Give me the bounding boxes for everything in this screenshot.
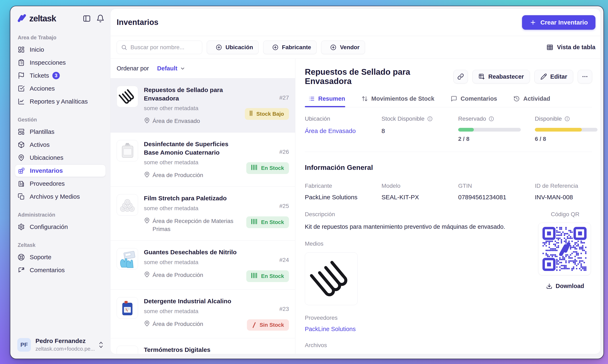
tickets-count-badge: 3 bbox=[52, 72, 60, 79]
item-meta: some other metadata bbox=[144, 205, 243, 212]
history-icon bbox=[513, 95, 520, 102]
detail-tabs: ResumenMovimientos de StockComentariosAc… bbox=[305, 95, 592, 107]
template-icon bbox=[18, 128, 25, 135]
tab-resumen[interactable]: Resumen bbox=[305, 95, 345, 107]
sidebar-item-label: Comentarios bbox=[30, 267, 65, 274]
media-thumbnail[interactable] bbox=[305, 252, 358, 305]
info-field-fabricante: FabricantePackLine Solutions bbox=[305, 183, 382, 201]
location-pin-icon bbox=[144, 217, 150, 224]
inventory-list-pane: Ordenar por Default Repuestos de Sellado… bbox=[111, 59, 295, 354]
user-menu[interactable]: PF Pedro Fernandez zeltask.com+foodco.pe… bbox=[15, 335, 106, 353]
item-location: Área de Recepción de Materias Primas bbox=[144, 217, 243, 233]
item-location: Área de Producción bbox=[144, 271, 243, 279]
collapse-sidebar-icon[interactable] bbox=[83, 14, 91, 23]
brand-logo-icon bbox=[17, 14, 28, 23]
sort-row: Ordenar por Default bbox=[111, 59, 295, 78]
sidebar-item-plantillas[interactable]: Plantillas bbox=[15, 126, 106, 138]
sidebar-item-archivos-y-medios[interactable]: Archivos y Medios bbox=[15, 190, 106, 203]
sidebar-item-inicio[interactable]: Inicio bbox=[15, 43, 106, 56]
filter-button-fabricante[interactable]: Fabricante bbox=[263, 40, 317, 54]
supplier-link[interactable]: PackLine Solutions bbox=[305, 326, 532, 333]
stats-row: Ubicación Área de Envasado Stock Disponi… bbox=[305, 116, 592, 142]
description-block: Descripción Kit de repuestos para manten… bbox=[305, 211, 532, 231]
search-input[interactable] bbox=[130, 44, 198, 51]
sidebar-item-configuraci-n[interactable]: Configuración bbox=[15, 221, 106, 233]
tab-comentarios[interactable]: Comentarios bbox=[447, 95, 497, 107]
create-inventory-button[interactable]: Crear Inventario bbox=[522, 15, 595, 30]
restock-icon bbox=[478, 73, 485, 80]
filter-button-vendor[interactable]: Vendor bbox=[321, 40, 365, 54]
nav-section-label: Zeltask bbox=[18, 242, 106, 248]
reserved-progress bbox=[458, 128, 521, 131]
sidebar-item-ubicaciones[interactable]: Ubicaciones bbox=[15, 152, 106, 164]
chart-icon bbox=[18, 98, 25, 105]
user-name: Pedro Fernandez bbox=[35, 338, 98, 344]
tab-actividad[interactable]: Actividad bbox=[510, 95, 550, 107]
sidebar-item-activos[interactable]: Activos bbox=[15, 139, 106, 151]
item-location: Área de Producción bbox=[144, 171, 243, 179]
item-number: #27 bbox=[279, 94, 289, 101]
inventory-list-item[interactable]: Guantes Desechables de Nitrilo some othe… bbox=[111, 241, 295, 290]
desktop-background: zeltask Area de Trabajo Inicio Inspeccio… bbox=[0, 0, 608, 364]
info-grid: FabricantePackLine SolutionsModeloSEAL-K… bbox=[305, 183, 592, 201]
edit-button[interactable]: Editar bbox=[534, 70, 573, 83]
stat-location: Ubicación Área de Envasado bbox=[305, 116, 382, 142]
item-title: Termómetros Digitales Industriales bbox=[144, 346, 243, 354]
user-email: zeltask.com+foodco.pe... bbox=[35, 346, 98, 352]
inventory-list-item[interactable]: Repuestos de Sellado para Envasadora som… bbox=[111, 78, 295, 133]
boxes-icon bbox=[18, 167, 25, 174]
item-number: #25 bbox=[279, 203, 289, 209]
sidebar-item-inspecciones[interactable]: Inspecciones bbox=[15, 56, 106, 69]
item-meta: some other metadata bbox=[144, 105, 242, 112]
filter-buttons: UbicaciónFabricanteVendor bbox=[202, 40, 365, 54]
item-thumbnail bbox=[117, 346, 138, 354]
inventory-list-item[interactable]: Detergente Industrial Alcalino some othe… bbox=[111, 290, 295, 338]
sidebar-item-comentarios[interactable]: Comentarios bbox=[15, 264, 106, 276]
inventory-list-item[interactable]: Termómetros Digitales Industriales some … bbox=[111, 338, 295, 354]
item-thumbnail bbox=[117, 248, 138, 270]
restock-button[interactable]: Reabastecer bbox=[472, 70, 530, 83]
tab-movimientos-de-stock[interactable]: Movimientos de Stock bbox=[358, 95, 434, 107]
sidebar-item-acciones[interactable]: Acciones bbox=[15, 82, 106, 95]
stat-reserved: Reservado 2 / 8 bbox=[458, 116, 535, 142]
info-field-modelo: ModeloSEAL-KIT-PX bbox=[382, 183, 458, 201]
item-location: Área de Envasado bbox=[144, 117, 242, 125]
sidebar-item-reportes-y-anal-ticas[interactable]: Reportes y Analíticas bbox=[15, 95, 106, 108]
filter-button-ubicaci-n[interactable]: Ubicación bbox=[207, 40, 259, 54]
inventory-list-item[interactable]: Film Stretch para Paletizado some other … bbox=[111, 187, 295, 241]
description-text: Kit de repuestos para mantenimiento prev… bbox=[305, 222, 527, 231]
sidebar-item-label: Configuración bbox=[30, 223, 68, 230]
files-block: Archivos — bbox=[305, 342, 532, 354]
copy-link-button[interactable] bbox=[454, 70, 468, 83]
gear-icon bbox=[18, 223, 25, 230]
sidebar-item-label: Inicio bbox=[30, 46, 44, 53]
sidebar-item-inventarios[interactable]: Inventarios bbox=[15, 165, 106, 177]
sidebar-item-tickets[interactable]: Tickets3 bbox=[15, 69, 106, 82]
inventory-detail-pane: Repuestos de Sellado para Envasadora Rea… bbox=[295, 59, 600, 354]
stat-available: Disponible 6 / 8 bbox=[535, 116, 597, 142]
location-link[interactable]: Área de Envasado bbox=[305, 128, 382, 134]
circled-plus-icon bbox=[272, 44, 279, 51]
location-pin-icon bbox=[144, 271, 150, 277]
inventory-list-item[interactable]: Desinfectante de Superficies Base Amonio… bbox=[111, 133, 295, 187]
sidebar-item-label: Inspecciones bbox=[30, 59, 66, 66]
location-pin-icon bbox=[144, 320, 150, 326]
sidebar-item-proveedores[interactable]: Proveedores bbox=[15, 178, 106, 190]
item-meta: some other metadata bbox=[144, 259, 243, 266]
suppliers-block: Proveedores PackLine Solutions bbox=[305, 315, 532, 333]
sort-dropdown[interactable]: Default bbox=[157, 65, 177, 72]
location-pin-icon bbox=[144, 171, 150, 178]
link-icon bbox=[457, 73, 464, 80]
pencil-icon bbox=[540, 73, 547, 80]
sidebar-item-label: Acciones bbox=[30, 85, 55, 92]
sidebar-item-label: Activos bbox=[30, 141, 50, 148]
qr-download-button[interactable]: Download bbox=[538, 283, 592, 289]
table-view-toggle[interactable]: Vista de tabla bbox=[546, 44, 595, 51]
nav-section-label: Gestión bbox=[18, 117, 106, 123]
item-thumbnail bbox=[117, 140, 138, 161]
more-options-button[interactable] bbox=[578, 70, 592, 83]
media-block: Medios bbox=[305, 240, 532, 305]
sidebar-item-label: Reportes y Analíticas bbox=[30, 98, 88, 105]
notifications-bell-icon[interactable] bbox=[96, 14, 105, 23]
sidebar-item-soporte[interactable]: Soporte bbox=[15, 251, 106, 263]
